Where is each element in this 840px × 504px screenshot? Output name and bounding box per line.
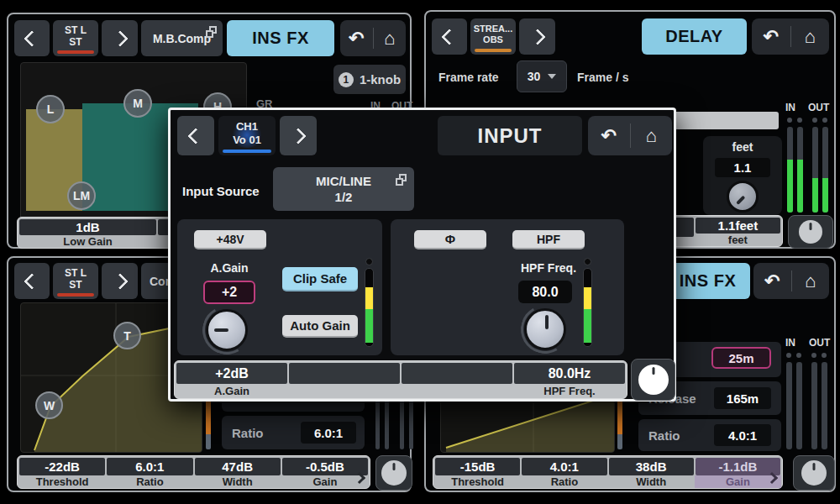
prev-channel-button[interactable] [14,20,50,56]
tab-ins-fx[interactable]: INS FX [227,20,334,56]
footer-label [402,384,512,398]
frame-rate-dropdown[interactable]: 30 [517,60,567,92]
chevron-left-icon [24,30,40,47]
parameter-footer: +2dB A.Gain 80.0Hz HPF Freq. [174,360,627,399]
band-handle-lm[interactable]: LM [67,181,96,210]
next-channel-button[interactable] [280,116,317,155]
home-button[interactable]: ⌂ [631,116,673,155]
hpf-button[interactable]: HPF [512,230,585,249]
phase-button[interactable]: Φ [414,230,486,249]
channel-name: CH1 [236,120,258,134]
home-icon: ⌂ [805,26,816,48]
knob-assign-button[interactable] [375,455,412,491]
knob-icon [799,220,822,244]
footer-value: +2dB [176,363,287,384]
library-button-mbcomp[interactable]: M.B.Comp [141,20,223,56]
channel-name: ST L [65,24,87,36]
prev-channel-button[interactable] [14,263,50,299]
meter-in-l [787,127,793,213]
channel-select-button[interactable]: ST L ST [53,20,98,56]
nav-group: ↶ ⌂ [340,20,406,56]
channel-name2: Vo 01 [233,134,261,147]
again-knob[interactable] [206,309,248,351]
clip-indicator [365,258,373,265]
width-handle-w[interactable]: W [35,391,63,419]
footer-cell-3[interactable] [402,363,512,398]
footer-cell-gain[interactable]: -0.5dB Gain [282,458,368,488]
hpf-freq-value[interactable]: 80.0 [518,281,572,303]
home-button[interactable]: ⌂ [792,263,830,299]
knob-assign-button[interactable] [793,455,835,491]
chevron-right-icon [529,29,546,45]
meter-out-l [812,127,818,213]
undo-button[interactable]: ↶ [752,18,790,55]
feet-knob[interactable] [727,181,759,213]
again-value[interactable]: +2 [203,281,255,304]
input-source-button[interactable]: MIC/LINE 1/2 [273,167,414,211]
footer-label: Threshold [435,475,520,488]
param-row-ratio[interactable]: Ratio 6.0:1 [222,416,365,449]
next-channel-button[interactable] [102,20,138,56]
undo-icon: ↶ [764,270,780,292]
footer-label: HPF Freq. [514,384,625,398]
undo-button[interactable]: ↶ [340,20,373,56]
knob-icon [638,365,669,395]
footer-cell-threshold[interactable]: -15dB Threshold [435,458,520,488]
footer-cell-again[interactable]: +2dB A.Gain [176,363,287,398]
hpf-freq-label: HPF Freq. [510,261,587,275]
home-icon: ⌂ [384,28,395,50]
footer-cell-width[interactable]: 38dB Width [609,458,694,488]
footer-value: -15dB [435,458,520,475]
channel-name2: ST [69,36,81,48]
feet-label: feet [703,140,782,154]
next-channel-button[interactable] [519,18,555,55]
footer-cell-low-gain[interactable]: 1dB Low Gain [19,219,156,248]
footer-value: 47dB [195,458,281,475]
knob-tick [736,196,745,205]
knob-assign-button[interactable] [788,215,833,249]
footer-cell-threshold[interactable]: -22dB Threshold [19,458,105,488]
level-meter [365,268,374,347]
again-label: A.Gain [192,261,267,275]
undo-button[interactable]: ↶ [753,263,791,299]
footer-cell-gain-selected[interactable]: -1.1dB Gain [696,458,780,488]
tab-delay[interactable]: DELAY [642,18,747,55]
footer-cell-width[interactable]: 47dB Width [195,458,281,488]
footer-cell-hpf-freq[interactable]: 80.0Hz HPF Freq. [514,363,625,398]
footer-cell-2[interactable] [289,363,400,398]
next-channel-button[interactable] [102,263,138,299]
hpf-freq-knob[interactable] [524,308,566,350]
channel-select-button[interactable]: CH1 Vo 01 [218,116,276,155]
channel-select-button[interactable]: ST L ST [53,263,98,299]
home-button[interactable]: ⌂ [374,20,407,56]
tab-ins-fx[interactable]: INS FX [665,263,750,299]
tab-label: DELAY [665,27,722,46]
auto-gain-button[interactable]: Auto Gain [282,315,358,338]
frame-rate-value: 30 [528,70,541,83]
param-row-ratio[interactable]: Ratio 4.0:1 [638,419,781,451]
row-value-selected: 25m [711,347,771,369]
phase-hpf-section: Φ HPF HPF Freq. 80.0 [391,219,624,355]
channel-select-button[interactable]: STREA... OBS [470,18,516,55]
band-handle-l[interactable]: L [36,95,65,123]
knob-tick [545,315,549,329]
one-knob-button[interactable]: 1 1-knob [333,65,406,94]
footer-cell-ratio[interactable]: 6.0:1 Ratio [107,458,192,488]
prev-channel-button[interactable] [432,18,467,55]
home-button[interactable]: ⌂ [791,18,830,55]
footer-cell-feet[interactable]: 1.1feet feet [696,218,780,246]
threshold-handle-t[interactable]: T [113,322,141,349]
band-handle-m[interactable]: M [123,89,152,118]
footer-label: Width [609,475,694,488]
knob-assign-button[interactable] [631,359,675,401]
channel-name2: ST [69,279,81,291]
channel-name: STREA... [474,24,512,34]
footer-label: Low Gain [19,235,156,248]
footer-cell-ratio[interactable]: 4.0:1 Ratio [522,458,606,488]
mixer-screen: ST L ST M.B.Comp INS FX ↶ ⌂ 1 1-knob L M… [0,0,840,504]
phantom-48v-button[interactable]: +48V [194,230,266,249]
clip-safe-button[interactable]: Clip Safe [282,267,358,291]
undo-button[interactable]: ↶ [588,116,630,155]
prev-channel-button[interactable] [177,116,214,155]
clip-dot [787,118,792,123]
